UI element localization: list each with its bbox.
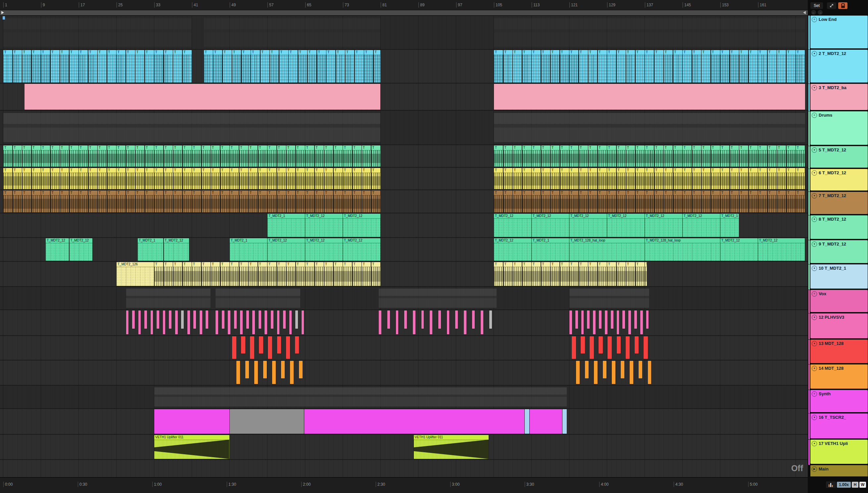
audio-clip[interactable]: T	[289, 50, 298, 83]
lane-synth-group[interactable]	[0, 386, 808, 409]
audio-clip[interactable]: T	[749, 50, 758, 83]
audio-clip[interactable]	[144, 310, 147, 329]
audio-clip[interactable]	[464, 310, 466, 334]
audio-clip[interactable]: T	[154, 146, 163, 167]
audio-clip[interactable]	[187, 310, 190, 334]
audio-clip[interactable]: T	[88, 191, 97, 212]
track-header-track-14[interactable]: ▾14 MDT_128	[808, 364, 868, 390]
audio-clip[interactable]	[635, 336, 639, 353]
audio-clip[interactable]: T	[673, 168, 682, 189]
audio-clip[interactable]: T	[145, 146, 154, 167]
lane-track-10[interactable]: T_MDT2_126TTTTTTTTTTTTTTTTTTTTTTTTTTTTTT…	[0, 262, 808, 287]
audio-clip[interactable]: T	[702, 50, 710, 83]
audio-clip[interactable]: T	[135, 50, 144, 83]
audio-clip[interactable]: T	[796, 191, 805, 212]
audio-clip[interactable]: T	[598, 262, 607, 286]
audio-clip[interactable]: T	[636, 146, 644, 167]
fold-icon[interactable]: ▾	[812, 170, 817, 176]
audio-clip[interactable]: T	[221, 146, 229, 167]
audio-clip[interactable]: T_MDT2_12	[305, 238, 343, 261]
lane-track-9[interactable]: T_MDT2_12T_MDT2_12T_MDT2_1T_MDT2_12T_MDT…	[0, 238, 808, 262]
audio-clip[interactable]	[585, 361, 589, 378]
audio-clip[interactable]: T	[173, 50, 182, 83]
audio-clip[interactable]: T	[145, 50, 154, 83]
audio-clip[interactable]: T_MDT2_12	[758, 238, 805, 261]
audio-clip[interactable]: T	[683, 50, 691, 83]
audio-clip[interactable]: T	[315, 146, 324, 167]
audio-clip[interactable]	[387, 310, 390, 329]
audio-clip[interactable]: T	[13, 191, 22, 212]
audio-clip[interactable]: T	[107, 146, 116, 167]
audio-clip[interactable]: T	[777, 50, 786, 83]
audio-clip[interactable]	[132, 310, 135, 329]
audio-clip[interactable]: T	[202, 146, 210, 167]
audio-clip[interactable]: T	[230, 262, 239, 286]
audio-clip[interactable]: T	[116, 168, 125, 189]
audio-clip[interactable]: T	[70, 146, 78, 167]
audio-clip[interactable]: T	[32, 50, 41, 83]
track-header-track-5[interactable]: ▾5 T_MDT2_12	[808, 146, 868, 169]
audio-clip[interactable]: T	[494, 50, 503, 83]
audio-clip[interactable]: T	[305, 191, 314, 212]
audio-clip[interactable]: T	[362, 191, 371, 212]
audio-clip[interactable]: T	[768, 50, 777, 83]
audio-clip[interactable]	[593, 310, 596, 334]
audio-clip[interactable]: T	[532, 146, 541, 167]
track-header-track-8[interactable]: ▾8 T_MDT2_12	[808, 215, 868, 240]
audio-clip[interactable]: T	[41, 146, 50, 167]
audio-clip[interactable]	[290, 361, 294, 384]
audio-clip[interactable]: T	[352, 168, 362, 189]
audio-clip[interactable]: T	[221, 262, 229, 286]
audio-clip[interactable]	[151, 310, 153, 334]
audio-clip[interactable]	[396, 310, 398, 334]
audio-clip[interactable]: T_MDT2_12	[721, 238, 758, 261]
audio-clip[interactable]: T	[88, 50, 97, 83]
audio-clip[interactable]: T	[777, 191, 786, 212]
audio-clip[interactable]: T	[504, 50, 512, 83]
audio-clip[interactable]	[126, 310, 129, 334]
audio-clip[interactable]: T	[154, 168, 163, 189]
bar-ruler[interactable]: 1917253341495765738189971051131211291371…	[0, 0, 808, 10]
audio-clip[interactable]	[252, 310, 255, 334]
audio-clip[interactable]: T	[164, 168, 173, 189]
audio-clip[interactable]: T	[98, 168, 107, 189]
lane-track-2[interactable]: TTTTTTTTTTTTTTTTTTTTTTTTTTTTTTTTTTTTTTTT…	[0, 50, 808, 84]
audio-clip[interactable]: T	[598, 146, 607, 167]
audio-clip[interactable]: T	[324, 168, 333, 189]
audio-clip[interactable]: T_MDT2_12	[645, 214, 682, 237]
height-zoom-button[interactable]: H	[852, 482, 859, 488]
audio-clip[interactable]: T	[588, 191, 597, 212]
audio-clip[interactable]	[626, 336, 630, 359]
audio-clip[interactable]: T	[664, 50, 673, 83]
scrub-area[interactable]	[0, 10, 808, 16]
audio-clip[interactable]: T	[183, 191, 192, 212]
audio-clip[interactable]: T	[371, 168, 380, 189]
audio-clip[interactable]: T	[154, 262, 163, 286]
audio-clip[interactable]	[438, 310, 441, 329]
audio-clip[interactable]: T	[513, 191, 522, 212]
audio-clip[interactable]: T_MDT2_12	[305, 214, 343, 237]
audio-clip[interactable]: T	[711, 50, 720, 83]
audio-clip[interactable]: T	[569, 191, 578, 212]
audio-clip[interactable]: T	[135, 146, 144, 167]
audio-clip[interactable]: T	[258, 146, 267, 167]
audio-clip[interactable]: T	[758, 146, 767, 167]
audio-clip[interactable]: T_MDT2_1	[230, 238, 267, 261]
audio-clip[interactable]	[268, 336, 272, 359]
fold-icon[interactable]: ▾	[812, 217, 817, 222]
audio-clip[interactable]: T	[202, 262, 210, 286]
audio-clip[interactable]: VETH1 Uplifter 011	[154, 435, 229, 459]
audio-clip[interactable]	[295, 336, 299, 353]
audio-clip[interactable]	[263, 361, 267, 378]
audio-clip[interactable]: T	[60, 168, 69, 189]
lane-track-14[interactable]	[0, 361, 808, 386]
expand-button[interactable]	[827, 2, 836, 9]
audio-clip[interactable]	[200, 310, 202, 334]
audio-clip[interactable]: T	[287, 191, 295, 212]
audio-clip[interactable]	[241, 336, 245, 353]
audio-clip[interactable]	[472, 310, 475, 329]
audio-clip[interactable]: T	[692, 50, 701, 83]
audio-clip[interactable]: T	[664, 168, 673, 189]
track-header-track-16[interactable]: ▾16 T_TSCR2_	[808, 413, 868, 439]
audio-clip[interactable]	[163, 310, 165, 334]
